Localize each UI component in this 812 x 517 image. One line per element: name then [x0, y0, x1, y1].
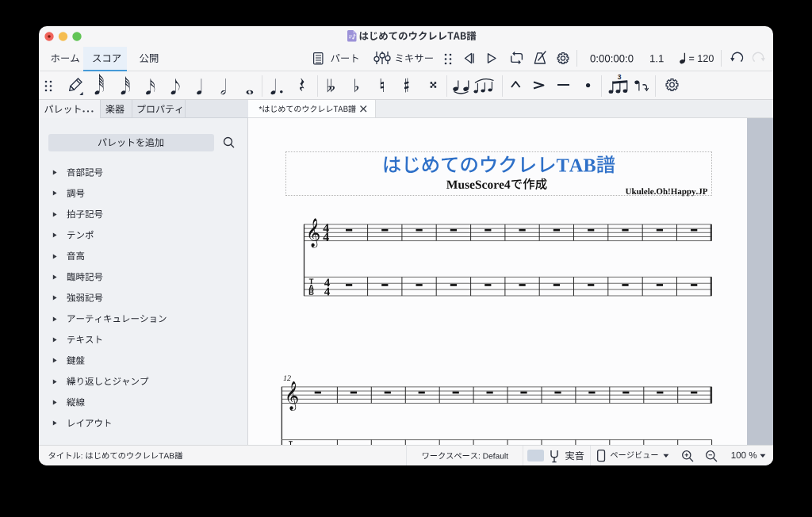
svg-text:3: 3 — [618, 73, 622, 81]
